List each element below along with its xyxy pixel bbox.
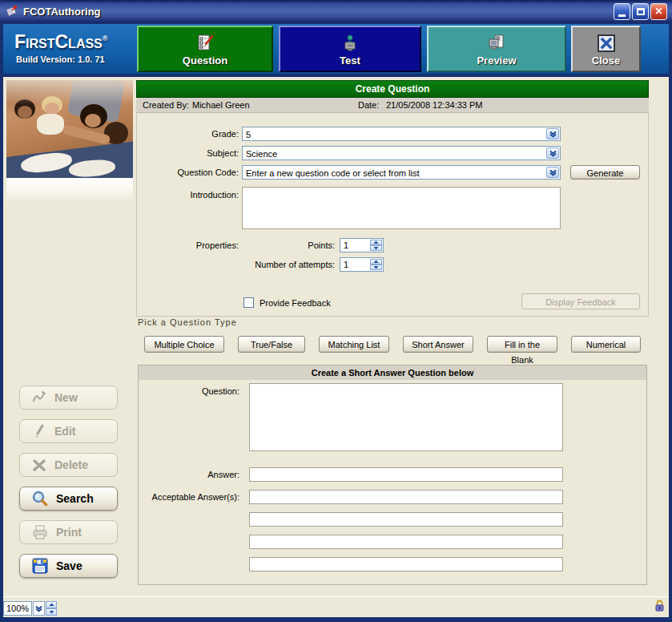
provide-feedback-checkbox[interactable] — [243, 297, 254, 308]
introduction-label: Introduction: — [136, 190, 239, 200]
grade-value: 5 — [246, 130, 251, 139]
question-type-button-numerical[interactable]: Numerical — [571, 336, 641, 353]
search-icon — [31, 490, 49, 507]
app-icon — [5, 5, 18, 18]
sidebar-button-delete[interactable]: Delete — [19, 453, 118, 477]
date-label: Date: — [358, 100, 379, 110]
attempts-value: 1 — [344, 260, 348, 269]
generate-button[interactable]: Generate — [570, 165, 640, 180]
question-type-button-fill-in-the-blank[interactable]: Fill in the Blank — [487, 336, 557, 353]
question-type-button-matching-list[interactable]: Matching List — [319, 336, 389, 353]
statusbar-divider — [3, 596, 669, 597]
edit-icon — [31, 423, 47, 439]
question-type-section-label: Pick a Question Type — [138, 317, 237, 327]
sidebar-button-search[interactable]: Search — [19, 487, 118, 511]
question-code-combobox[interactable]: Enter a new question code or select from… — [242, 165, 561, 180]
question-icon — [195, 34, 215, 53]
sidebar-button-label: Save — [56, 559, 82, 572]
grade-label: Grade: — [136, 129, 239, 139]
acceptable-answers-label: Acceptable Answer(s): — [121, 492, 239, 502]
maximize-button[interactable] — [632, 3, 649, 20]
delete-icon — [31, 457, 47, 473]
sidebar-button-edit[interactable]: Edit — [19, 419, 118, 443]
short-answer-header: Create a Short Answer Question below — [139, 366, 646, 380]
minimize-button[interactable] — [614, 3, 630, 20]
nav-button-question[interactable]: Question — [137, 26, 273, 72]
provide-feedback-label: Provide Feedback — [260, 298, 331, 308]
created-by-value: Michael Green — [192, 100, 250, 110]
nav-label: Question — [183, 55, 227, 67]
nav-button-preview[interactable]: Preview — [427, 26, 566, 72]
app-window: FCOTAuthoring ✕ FirstClass® Build Versio… — [0, 0, 672, 622]
preview-icon — [487, 34, 506, 53]
introduction-textarea[interactable] — [242, 187, 561, 229]
nav-label: Preview — [477, 55, 516, 67]
sidebar-button-label: Print — [56, 526, 82, 539]
question-code-label: Question Code: — [136, 168, 239, 177]
acceptable-answer-input-2[interactable] — [249, 512, 563, 527]
acceptable-answer-input-1[interactable] — [249, 490, 563, 504]
attempts-label: Number of attempts: — [184, 260, 335, 269]
nav-button-close[interactable]: Close — [571, 26, 641, 72]
title-bar: FCOTAuthoring ✕ — [0, 0, 672, 22]
close-window-button[interactable]: ✕ — [650, 3, 667, 20]
sidebar-button-label: Edit — [54, 425, 75, 438]
new-icon — [31, 390, 47, 406]
dropdown-arrow-icon[interactable] — [546, 167, 559, 178]
spinner-arrows-icon[interactable] — [370, 259, 382, 270]
brand-name: FirstClass — [14, 31, 103, 52]
window-title: FCOTAuthoring — [23, 6, 614, 18]
question-textarea[interactable] — [249, 383, 563, 451]
lock-icon — [654, 600, 665, 612]
points-value: 1 — [344, 240, 348, 250]
points-label: Points: — [184, 240, 335, 250]
acceptable-answer-input-3[interactable] — [249, 535, 563, 549]
sidebar-button-label: New — [54, 391, 78, 404]
points-stepper[interactable]: 1 — [340, 238, 384, 252]
subject-combobox[interactable]: Science — [242, 146, 561, 160]
sidebar-button-save[interactable]: Save — [19, 554, 118, 578]
dropdown-arrow-icon[interactable] — [546, 128, 559, 139]
test-icon — [340, 34, 360, 53]
zoom-control: 100% — [3, 601, 57, 616]
question-type-button-true-false[interactable]: True/False — [238, 336, 305, 353]
zoom-dropdown-arrow-icon[interactable] — [33, 601, 45, 616]
answer-input[interactable] — [249, 467, 563, 482]
sidebar-button-label: Delete — [54, 458, 88, 471]
question-label: Question: — [121, 386, 239, 396]
page-title: Create Question — [136, 80, 649, 98]
meta-bar: Created By: Michael Green Date: 21/05/20… — [136, 98, 649, 113]
question-type-buttons: Multiple Choice True/False Matching List… — [144, 336, 641, 353]
question-code-value: Enter a new question code or select from… — [246, 168, 419, 178]
grade-combobox[interactable]: 5 — [242, 127, 561, 141]
zoom-level-value[interactable]: 100% — [3, 601, 32, 616]
attempts-stepper[interactable]: 1 — [340, 257, 384, 272]
classroom-photo — [6, 80, 133, 178]
display-feedback-button[interactable]: Display Feedback — [521, 293, 640, 309]
subject-value: Science — [246, 149, 277, 159]
short-answer-panel: Create a Short Answer Question below Que… — [138, 365, 647, 585]
dropdown-arrow-icon[interactable] — [546, 147, 559, 159]
print-icon — [31, 523, 49, 541]
sidebar-button-label: Search — [56, 492, 94, 505]
sidebar-button-print[interactable]: Print — [19, 520, 118, 544]
nav-button-test[interactable]: Test — [279, 26, 421, 72]
acceptable-answer-input-4[interactable] — [249, 557, 563, 572]
sidebar-button-new[interactable]: New — [19, 386, 118, 410]
nav-label: Test — [340, 55, 360, 67]
spinner-arrows-icon[interactable] — [370, 240, 382, 251]
nav-label: Close — [592, 55, 620, 67]
build-version: Build Version: 1.0. 71 — [16, 55, 135, 64]
firstclass-logo: FirstClass® Build Version: 1.0. 71 — [6, 26, 135, 72]
photo-fade — [6, 178, 133, 202]
subject-label: Subject: — [136, 148, 239, 158]
created-by-label: Created By: — [143, 100, 189, 110]
question-type-button-short-answer[interactable]: Short Answer — [403, 336, 473, 353]
save-icon — [31, 557, 49, 575]
date-value: 21/05/2008 12:34:33 PM — [386, 100, 482, 110]
answer-label: Answer: — [121, 470, 239, 479]
question-type-button-multiple-choice[interactable]: Multiple Choice — [144, 336, 224, 353]
trademark-symbol: ® — [103, 34, 108, 42]
close-icon — [597, 34, 616, 53]
zoom-stepper[interactable] — [46, 601, 57, 616]
